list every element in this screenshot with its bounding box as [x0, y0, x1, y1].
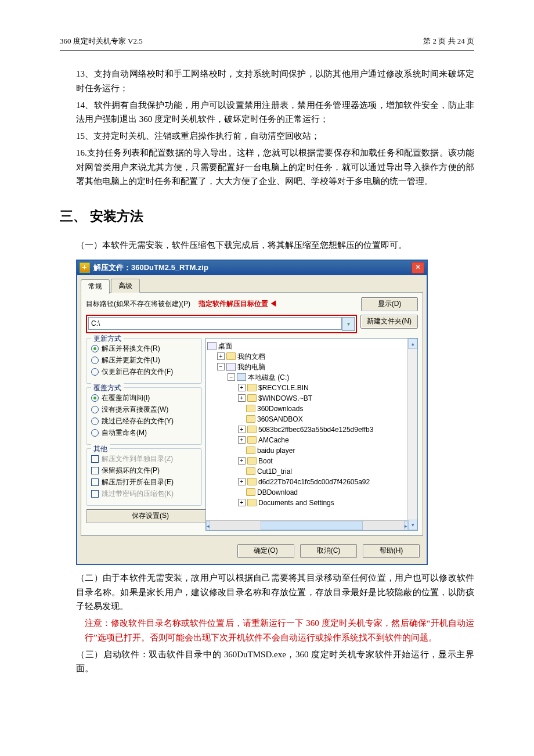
- check-open-after[interactable]: 解压后打开所在目录(E): [91, 477, 197, 487]
- folder-icon: [246, 405, 255, 412]
- radio-icon: [91, 429, 99, 437]
- expand-icon[interactable]: +: [238, 478, 246, 485]
- radio-overwrite-noprompt[interactable]: 没有提示直接覆盖(W): [91, 405, 197, 415]
- expand-icon[interactable]: +: [238, 384, 246, 391]
- tree-drive[interactable]: 本地磁盘 (C:): [248, 372, 289, 383]
- path-input[interactable]: [88, 317, 342, 330]
- header-left: 360 度定时关机专家 V2.5: [60, 36, 143, 46]
- group-update-mode: 更新方式 解压并替换文件(R) 解压并更新文件(U) 仅更新已存在的文件(F): [86, 338, 202, 384]
- radio-icon: [91, 345, 99, 352]
- tree-item[interactable]: Documents and Settings: [258, 498, 334, 508]
- folder-icon: [246, 467, 255, 475]
- group-title-update: 更新方式: [91, 334, 124, 344]
- folder-icon: [247, 478, 257, 485]
- expand-icon[interactable]: +: [238, 436, 246, 444]
- folder-icon: [247, 384, 257, 391]
- path-dropdown-button[interactable]: ▾: [342, 317, 355, 331]
- radio-auto-rename[interactable]: 自动重命名(M): [91, 428, 197, 438]
- tree-item[interactable]: 360SANDBOX: [257, 414, 303, 424]
- scroll-up-button[interactable]: ▴: [408, 339, 417, 349]
- computer-icon: [226, 363, 236, 371]
- close-button[interactable]: ×: [412, 262, 424, 273]
- page-header: 360 度定时关机专家 V2.5 第 2 页 共 24 页: [60, 36, 474, 51]
- tree-item[interactable]: $WINDOWS.~BT: [258, 393, 312, 404]
- expand-icon[interactable]: +: [238, 499, 246, 506]
- group-overwrite-mode: 覆盖方式 在覆盖前询问(I) 没有提示直接覆盖(W) 跳过已经存在的文件(Y) …: [86, 387, 202, 445]
- folder-icon: [247, 436, 257, 444]
- horizontal-scrollbar[interactable]: ◂ ▸: [206, 520, 408, 530]
- tree-item[interactable]: 5083bc2ffbec623a55bd4e125d9effb3: [258, 424, 373, 435]
- paragraph-14: 14、软件拥有自我保护功能，用户可以设置禁用注册表，禁用任务管理器选项，增加软件…: [76, 98, 474, 127]
- folder-icon: [246, 415, 255, 423]
- collapse-icon[interactable]: −: [217, 363, 225, 370]
- extract-dialog: 解压文件：360DuTM2.5_RTM.zip × 常规 高级 目标路径(如果不…: [76, 260, 428, 565]
- expand-icon[interactable]: +: [238, 457, 246, 465]
- tree-item[interactable]: d6d22Tb704c1fc5dc00d7f42605a92: [258, 477, 370, 487]
- vertical-scrollbar[interactable]: ▴ ▾: [407, 339, 417, 530]
- scroll-down-button[interactable]: ▾: [408, 520, 417, 530]
- radio-ask-overwrite[interactable]: 在覆盖前询问(I): [91, 393, 197, 403]
- folder-icon: [246, 447, 255, 454]
- desktop-icon: [207, 342, 217, 350]
- expand-icon[interactable]: +: [217, 352, 225, 360]
- scroll-right-button[interactable]: ▸: [404, 521, 408, 531]
- check-separate-folder[interactable]: 解压文件到单独目录(Z): [91, 454, 197, 464]
- folder-icon: [246, 488, 255, 496]
- scroll-track[interactable]: [408, 349, 417, 520]
- tree-mypc[interactable]: 我的电脑: [237, 362, 265, 372]
- tree-item[interactable]: 360Downloads: [257, 404, 303, 414]
- scroll-thumb[interactable]: [261, 521, 363, 530]
- tab-advanced[interactable]: 高级: [111, 279, 140, 293]
- check-skip-password[interactable]: 跳过带密码的压缩包(K): [91, 489, 197, 499]
- save-settings-button[interactable]: 保存设置(S): [86, 509, 215, 523]
- dialog-titlebar[interactable]: 解压文件：360DuTM2.5_RTM.zip ×: [77, 261, 427, 275]
- section-heading-install: 三、 安装方法: [60, 207, 474, 225]
- tree-item[interactable]: DBDownload: [257, 487, 298, 498]
- tree-mydocs[interactable]: 我的文档: [237, 351, 265, 362]
- header-right: 第 2 页 共 24 页: [423, 36, 474, 46]
- warning-note: 注意：修改软件目录名称或软件位置后，请重新运行一下 360 度定时关机专家，然后…: [76, 616, 474, 645]
- checkbox-icon: [91, 490, 99, 498]
- radio-icon: [91, 417, 99, 425]
- folder-tree[interactable]: 桌面 +我的文档 −我的电脑 −本地磁盘 (C:) +$RECYCLE.BIN …: [205, 338, 418, 531]
- folder-icon: [247, 426, 257, 433]
- expand-icon[interactable]: +: [238, 394, 246, 402]
- tree-item[interactable]: $RECYCLE.BIN: [258, 383, 309, 393]
- step-1: （一）本软件无需安装，软件压缩包下载完成后，将其解压缩至您想解压的位置即可。: [76, 238, 474, 253]
- tree-item[interactable]: Cut1D_trial: [257, 466, 292, 477]
- cancel-button[interactable]: 取消(C): [300, 544, 357, 558]
- radio-icon: [91, 368, 99, 376]
- tree-item[interactable]: AMCache: [258, 435, 289, 445]
- drive-icon: [237, 373, 246, 381]
- folder-icon: [247, 457, 257, 465]
- radio-icon: [91, 394, 99, 402]
- tree-item[interactable]: baidu player: [257, 445, 295, 456]
- tree-item[interactable]: Boot: [258, 456, 273, 466]
- annotation-text: 指定软件解压目标位置 ◀: [199, 299, 277, 309]
- path-label: 目标路径(如果不存在将被创建)(P): [86, 299, 190, 309]
- paragraph-16: 16.支持任务列表和配置数据的导入导出。这样，您就可以根据需要保存和加载任务和配…: [76, 146, 474, 189]
- group-other: 其他 解压文件到单独目录(Z) 保留损坏的文件(P) 解压后打开所在目录(E) …: [86, 448, 202, 506]
- tree-desktop[interactable]: 桌面: [218, 341, 232, 351]
- scroll-left-button[interactable]: ◂: [206, 521, 210, 531]
- collapse-icon[interactable]: −: [228, 373, 235, 381]
- check-keep-broken[interactable]: 保留损坏的文件(P): [91, 466, 197, 476]
- ok-button[interactable]: 确定(O): [237, 544, 294, 558]
- radio-extract-update[interactable]: 解压并更新文件(U): [91, 355, 197, 365]
- expand-icon[interactable]: +: [238, 426, 246, 433]
- radio-skip-existing[interactable]: 跳过已经存在的文件(Y): [91, 416, 197, 426]
- show-button[interactable]: 显示(D): [361, 297, 418, 311]
- radio-update-existing[interactable]: 仅更新已存在的文件(F): [91, 367, 197, 377]
- tab-general[interactable]: 常规: [81, 279, 110, 294]
- checkbox-icon: [91, 455, 99, 463]
- help-button[interactable]: 帮助(H): [363, 544, 420, 558]
- step-3: （三）启动软件：双击软件目录中的 360DuTMSD.exe，360 度定时关机…: [76, 647, 474, 676]
- paragraph-13: 13、支持自动网络校时和手工网络校时，支持系统时间保护，以防其他用户通过修改系统…: [76, 67, 474, 96]
- radio-icon: [91, 406, 99, 413]
- step-2: （二）由于本软件无需安装，故用户可以根据自己需要将其目录移动至任何位置，用户也可…: [76, 571, 474, 614]
- folder-icon: [247, 499, 257, 506]
- path-highlight-box: ▾: [86, 315, 357, 333]
- folder-icon: [226, 352, 236, 360]
- new-folder-button[interactable]: 新建文件夹(N): [360, 315, 418, 329]
- radio-extract-replace[interactable]: 解压并替换文件(R): [91, 344, 197, 354]
